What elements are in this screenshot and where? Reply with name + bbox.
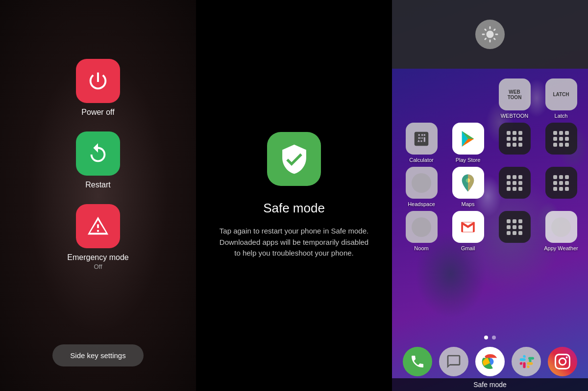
phone-svg: [410, 354, 425, 369]
appy-weather-label: Appy Weather: [544, 245, 578, 251]
power-menu-panel: Power off Restart Emergency mode Off Sid…: [0, 0, 196, 391]
restart-item: Restart: [76, 131, 120, 189]
app-item-grid5: [495, 211, 534, 251]
page-dot-2: [492, 336, 496, 339]
noom-icon[interactable]: [406, 211, 438, 243]
grid-dots-5: [507, 219, 522, 235]
appy-weather-icon[interactable]: [545, 211, 577, 243]
page-dots: [392, 336, 588, 339]
app-item-noom: Noom: [402, 211, 441, 251]
restart-icon: [87, 142, 109, 165]
power-off-item: Power off: [76, 59, 120, 117]
power-buttons-container: Power off Restart Emergency mode Off: [67, 59, 128, 270]
app-item-playstore: Play Store: [448, 123, 488, 163]
playstore-icon[interactable]: [452, 123, 484, 155]
dock-item-chrome: [475, 347, 505, 376]
calculator-icon[interactable]: [406, 123, 438, 155]
power-off-button[interactable]: [76, 59, 120, 103]
power-off-label: Power off: [81, 108, 114, 117]
webtoon-label: WEBTOON: [501, 113, 529, 119]
messages-svg: [446, 354, 462, 369]
app-row-0: WEBTOON WEBTOON LATCH Latch: [399, 78, 581, 119]
app-item-webtoon: WEBTOON WEBTOON: [495, 78, 534, 119]
home-screen-panel: WEBTOON WEBTOON LATCH Latch Calculator: [392, 0, 588, 391]
safe-mode-title: Safe mode: [263, 201, 325, 216]
dock-item-slack: [512, 347, 541, 376]
safe-mode-description: Tap again to restart your phone in Safe …: [196, 226, 392, 259]
gmail-label: Gmail: [461, 245, 475, 251]
app-item-maps: Maps: [448, 167, 488, 207]
dock-item-phone: [403, 347, 432, 376]
grid-dots-2: [553, 131, 569, 147]
headspace-icon[interactable]: [406, 167, 438, 199]
gmail-icon[interactable]: [452, 211, 484, 243]
instagram-dock-icon[interactable]: [548, 347, 577, 376]
sunrise-icon: [481, 26, 499, 43]
app-row-3: Noom Gmail: [399, 211, 581, 251]
safe-mode-panel: Safe mode Tap again to restart your phon…: [196, 0, 392, 391]
dark-grid-icon-3[interactable]: [499, 167, 531, 199]
grid-dots-4: [553, 175, 569, 191]
emergency-icon: [87, 215, 109, 237]
chrome-svg: [481, 353, 499, 370]
instagram-svg: [555, 354, 570, 369]
grid-dots-1: [507, 131, 522, 147]
app-row-1: Calculator: [399, 123, 581, 163]
app-item-headspace: Headspace: [402, 167, 441, 207]
playstore-label: Play Store: [456, 157, 481, 163]
messages-dock-icon[interactable]: [439, 347, 468, 376]
dark-grid-icon-5[interactable]: [499, 211, 531, 243]
dock: [392, 347, 588, 376]
safe-mode-icon-container: [267, 132, 321, 186]
safe-mode-badge: Safe mode: [392, 378, 588, 391]
maps-svg: [458, 173, 478, 193]
notification-bar: [392, 0, 588, 69]
app-item-appy-weather: Appy Weather: [541, 211, 581, 251]
app-item-grid2: [541, 123, 581, 163]
app-item-calculator: Calculator: [402, 123, 441, 163]
side-key-settings-button[interactable]: Side key settings: [52, 344, 143, 366]
app-item-gmail: Gmail: [448, 211, 488, 251]
page-dot-1: [484, 336, 488, 339]
restart-label: Restart: [85, 181, 111, 189]
noom-label: Noom: [414, 245, 428, 251]
shield-check-icon: [278, 143, 310, 175]
emergency-sublabel: Off: [94, 263, 102, 270]
play-store-svg: [458, 129, 478, 149]
dock-item-instagram: [548, 347, 577, 376]
emergency-label: Emergency mode: [67, 253, 128, 262]
latch-icon[interactable]: LATCH: [545, 78, 577, 110]
grid-dots-3: [507, 175, 522, 191]
chrome-dock-icon[interactable]: [475, 347, 505, 376]
home-apps-grid: WEBTOON WEBTOON LATCH Latch Calculator: [392, 74, 588, 256]
app-item-grid4: [541, 167, 581, 207]
slack-dock-icon[interactable]: [512, 347, 541, 376]
gmail-svg: [458, 217, 478, 237]
webtoon-icon[interactable]: WEBTOON: [499, 78, 531, 110]
emergency-item: Emergency mode Off: [67, 204, 128, 270]
dock-item-messages: [439, 347, 468, 376]
headspace-label: Headspace: [408, 201, 435, 207]
notification-circle: [475, 20, 505, 49]
maps-label: Maps: [462, 201, 475, 207]
app-item-latch: LATCH Latch: [541, 78, 581, 119]
power-icon: [87, 70, 109, 92]
phone-dock-icon[interactable]: [403, 347, 432, 376]
app-item-grid3: [495, 167, 534, 207]
app-row-2: Headspace Maps: [399, 167, 581, 207]
emergency-button[interactable]: [76, 204, 120, 248]
dark-grid-icon-4[interactable]: [545, 167, 577, 199]
dark-grid-icon-1[interactable]: [499, 123, 531, 155]
latch-label: Latch: [555, 113, 568, 119]
calc-svg: [412, 130, 431, 148]
dark-grid-icon-2[interactable]: [545, 123, 577, 155]
calculator-label: Calculator: [409, 157, 434, 163]
maps-icon[interactable]: [452, 167, 484, 199]
slack-svg: [518, 354, 534, 369]
restart-button[interactable]: [76, 131, 120, 176]
app-item-grid1: [495, 123, 534, 163]
